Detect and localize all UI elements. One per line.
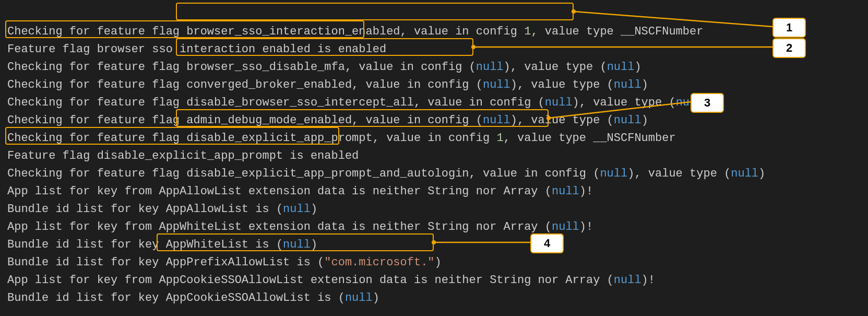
log-line-14: Bundle id list for key AppPrefixAllowLis… xyxy=(7,256,442,269)
log-line-2: Feature flag browser sso interaction ena… xyxy=(7,43,386,56)
log-line-15: App list for key from AppCookieSSOAllowL… xyxy=(7,274,655,287)
log-line-1: Checking for feature flag browser_sso_in… xyxy=(7,25,703,38)
log-line-5: Checking for feature flag disable_browse… xyxy=(7,96,710,109)
log-line-6: Checking for feature flag admin_debug_mo… xyxy=(7,114,648,127)
log-line-4: Checking for feature flag converged_brok… xyxy=(7,78,648,91)
log-line-12: App list for key from AppWhiteList exten… xyxy=(7,220,593,233)
log-line-11: Bundle id list for key AppAllowList is (… xyxy=(7,203,317,216)
log-line-10: App list for key from AppAllowList exten… xyxy=(7,185,593,198)
log-line-7: Checking for feature flag disable_explic… xyxy=(7,132,676,145)
log-line-8: Feature flag disable_explicit_app_prompt… xyxy=(7,149,359,162)
log-line-3: Checking for feature flag browser_sso_di… xyxy=(7,61,641,74)
log-line-16: Bundle id list for key AppCookieSSOAllow… xyxy=(7,291,379,305)
log-line-13: Bundle id list for key AppWhiteList is (… xyxy=(7,238,317,251)
log-line-9: Checking for feature flag disable_explic… xyxy=(7,167,765,180)
log-output: Checking for feature flag browser_sso_in… xyxy=(0,0,868,312)
